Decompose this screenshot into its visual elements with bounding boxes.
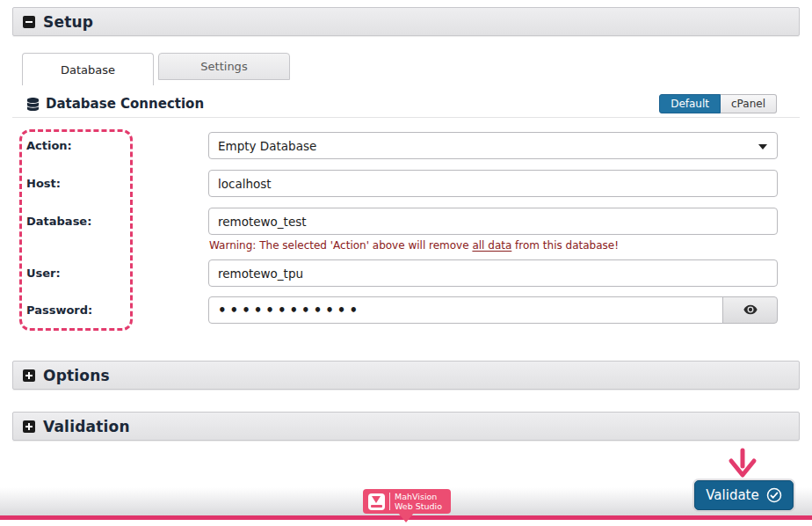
plus-square-icon xyxy=(23,369,35,382)
database-icon xyxy=(26,98,40,111)
dashed-highlight-box xyxy=(19,129,133,331)
plus-square-icon xyxy=(23,420,35,433)
watermark-line2: Web Studio xyxy=(395,501,442,511)
mode-cpanel-button[interactable]: cPanel xyxy=(721,94,777,113)
password-label: Password: xyxy=(26,303,92,317)
user-input[interactable] xyxy=(208,259,778,287)
warning-suffix: from this database! xyxy=(511,239,619,252)
watermark-divider xyxy=(389,493,390,510)
tab-settings[interactable]: Settings xyxy=(158,53,290,80)
options-section-header[interactable]: Options xyxy=(12,361,800,390)
watermark-badge: MahVision Web Studio xyxy=(363,489,451,514)
action-select[interactable]: Empty Database xyxy=(208,132,778,159)
host-input[interactable] xyxy=(208,170,778,197)
tab-database[interactable]: Database xyxy=(22,53,154,85)
database-connection-title: Database Connection xyxy=(46,96,204,112)
action-warning-text: Warning: The selected 'Action' above wil… xyxy=(209,239,619,252)
setup-section-header[interactable]: Setup xyxy=(12,7,800,36)
setup-section-title: Setup xyxy=(43,13,93,31)
validation-section-header[interactable]: Validation xyxy=(12,412,800,441)
validation-section-title: Validation xyxy=(43,418,130,435)
mahvision-logo xyxy=(368,493,385,510)
database-connection-header: Database Connection Default cPanel xyxy=(12,91,800,118)
eye-icon xyxy=(743,302,758,318)
database-input[interactable] xyxy=(208,208,778,235)
action-select-value: Empty Database xyxy=(218,139,316,153)
validate-button-label: Validate xyxy=(706,487,758,503)
watermark-line1: MahVision xyxy=(395,492,442,501)
caret-down-icon xyxy=(758,144,767,150)
check-circle-icon xyxy=(766,487,782,503)
database-label: Database: xyxy=(26,215,91,228)
options-section-title: Options xyxy=(43,367,110,384)
minus-square-icon xyxy=(23,16,35,28)
installer-page: Setup Database Settings Database Connect… xyxy=(0,0,812,526)
watermark-text: MahVision Web Studio xyxy=(395,492,442,511)
host-label: Host: xyxy=(26,177,61,190)
mode-default-button[interactable]: Default xyxy=(659,94,721,113)
connection-mode-toggle: Default cPanel xyxy=(659,94,777,113)
password-input[interactable] xyxy=(208,296,723,324)
warning-emphasis: all data xyxy=(472,239,511,252)
validate-button[interactable]: Validate xyxy=(694,480,794,510)
user-label: User: xyxy=(26,267,61,280)
warning-prefix: Warning: The selected 'Action' above wil… xyxy=(209,239,472,252)
password-visibility-button[interactable] xyxy=(722,296,778,324)
watermark-pointer xyxy=(398,513,414,522)
arrow-down-icon xyxy=(726,448,759,485)
action-label: Action: xyxy=(26,139,72,152)
